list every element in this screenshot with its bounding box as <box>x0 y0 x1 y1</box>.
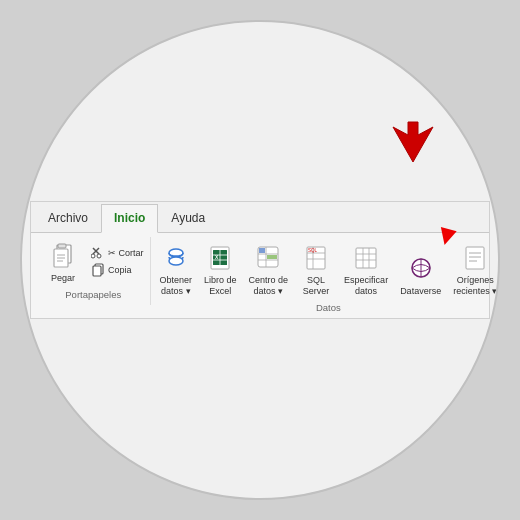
tab-archivo[interactable]: Archivo <box>35 204 101 232</box>
obtener-datos-icon <box>160 241 192 273</box>
copiar-button[interactable]: Copia <box>89 262 146 278</box>
sql-server-button[interactable]: SQL SQLServer <box>295 237 337 300</box>
clipboard-small-buttons: ✂ Cortar Copia <box>89 245 146 278</box>
datos-group-label: Datos <box>155 299 500 314</box>
obtener-datos-button[interactable]: Obtenerdatos ▾ <box>155 237 198 300</box>
libro-excel-label: Libro deExcel <box>204 275 237 297</box>
tab-inicio[interactable]: Inicio <box>101 204 158 233</box>
origenes-recientes-button[interactable]: Orígenesrecientes ▾ <box>448 237 500 300</box>
pegar-button[interactable]: Pegar <box>41 237 85 286</box>
cortar-label: ✂ Cortar <box>108 248 144 258</box>
libro-excel-button[interactable]: X Libro deExcel <box>199 237 242 300</box>
especificar-datos-icon <box>350 241 382 273</box>
dataverse-icon <box>405 252 437 284</box>
centro-datos-icon <box>252 241 284 273</box>
ribbon-window: ▼ Archivo Inicio Ayuda <box>30 201 490 320</box>
svg-text:SQL: SQL <box>308 248 318 253</box>
red-arrow-overlay <box>388 117 438 171</box>
centro-datos-button[interactable]: Centro dedatos ▾ <box>244 237 294 300</box>
portapapeles-group-label: Portapapeles <box>41 286 146 301</box>
origenes-recientes-label: Orígenesrecientes ▾ <box>453 275 497 297</box>
paste-icon <box>47 239 79 271</box>
svg-rect-25 <box>267 255 277 259</box>
pegar-label: Pegar <box>51 273 75 284</box>
svg-rect-31 <box>356 248 376 268</box>
datos-items: Obtenerdatos ▾ X <box>155 237 500 300</box>
group-portapapeles: Pegar ✂ Cortar <box>37 237 151 305</box>
group-datos: Obtenerdatos ▾ X <box>151 237 500 319</box>
svg-point-8 <box>91 254 95 258</box>
svg-point-13 <box>169 257 183 265</box>
app-window: ▼ Archivo Inicio Ayuda <box>20 20 500 500</box>
sql-server-icon: SQL <box>300 241 332 273</box>
especificar-datos-button[interactable]: Especificardatos <box>339 237 393 300</box>
svg-rect-11 <box>93 266 101 276</box>
svg-marker-52 <box>393 122 433 162</box>
svg-point-9 <box>97 254 101 258</box>
centro-datos-label: Centro dedatos ▾ <box>249 275 289 297</box>
tab-ayuda[interactable]: Ayuda <box>158 204 218 232</box>
libro-excel-icon: X <box>204 241 236 273</box>
dataverse-button[interactable]: Dataverse <box>395 248 446 300</box>
origenes-recientes-icon <box>459 241 491 273</box>
portapapeles-items: Pegar ✂ Cortar <box>41 237 146 286</box>
tab-bar: Archivo Inicio Ayuda <box>31 202 489 233</box>
ribbon: Pegar ✂ Cortar <box>31 233 489 319</box>
obtener-datos-label: Obtenerdatos ▾ <box>160 275 193 297</box>
svg-rect-2 <box>58 244 66 248</box>
cortar-button[interactable]: ✂ Cortar <box>89 245 146 261</box>
copiar-label: Copia <box>108 265 132 275</box>
dataverse-label: Dataverse <box>400 286 441 297</box>
especificar-datos-label: Especificardatos <box>344 275 388 297</box>
svg-rect-24 <box>259 248 265 253</box>
sql-server-label: SQLServer <box>303 275 330 297</box>
svg-rect-39 <box>466 247 484 269</box>
